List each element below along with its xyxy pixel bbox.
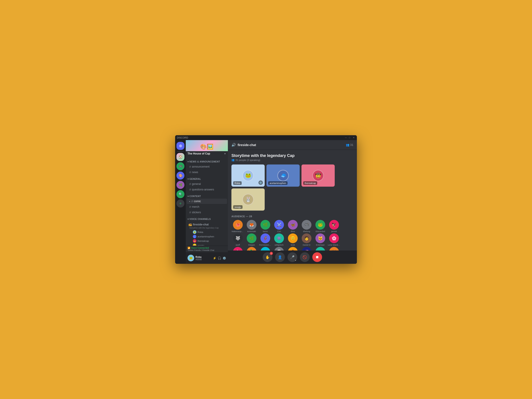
- channel-name: announcement: [192, 165, 209, 168]
- speaker-card-roka[interactable]: 🐸 Roka ⚙️: [231, 165, 265, 187]
- user-avatar: 🐸: [188, 255, 194, 261]
- speaker-card-yuugu[interactable]: 🐰 yuugu: [231, 188, 265, 211]
- channel-general[interactable]: # general: [187, 181, 227, 187]
- channel-questions[interactable]: # questions-answers: [187, 187, 227, 192]
- server-icon-4[interactable]: 🌿: [177, 181, 184, 189]
- speaker-name-acetaminophen: acetaminophen: [268, 181, 287, 185]
- remove-icon: 🚫: [303, 255, 307, 259]
- remove-speaker-button[interactable]: 🚫: [300, 252, 310, 262]
- audience-name: wildgrinch: [275, 244, 284, 246]
- audience-member-meishu[interactable]: 🦩Meishu: [231, 247, 244, 250]
- audience-avatar: 🦆: [247, 247, 256, 250]
- search-server-icon[interactable]: 🔍: [177, 190, 184, 198]
- speaker-name: therealcap: [197, 240, 209, 242]
- add-server-icon[interactable]: +: [177, 200, 184, 208]
- category-collapse-icon[interactable]: ▾: [188, 195, 189, 197]
- window-controls: — □ ✕: [345, 137, 355, 139]
- mic-icon: 🎤: [290, 255, 295, 259]
- category-label: NEWS & ANNOUNCEMENT: [190, 160, 220, 163]
- server-header[interactable]: 🎨🖼️ The House of Cap ▼: [186, 140, 228, 156]
- category-label: GENERAL: [190, 178, 201, 180]
- minimize-button[interactable]: —: [345, 137, 347, 139]
- stage-subtitle: 👥 31 people (3 speaking): [231, 158, 353, 161]
- audience-member-jib[interactable]: 🐟Jib: [259, 247, 272, 250]
- server-icon-2[interactable]: 🎮: [177, 162, 184, 170]
- restore-button[interactable]: □: [349, 137, 351, 139]
- audience-avatar: 🐟: [260, 247, 270, 250]
- speaker-card-acetaminophen[interactable]: 🧢 acetaminophen: [266, 165, 300, 187]
- invite-speaker-button[interactable]: 👤: [275, 252, 285, 262]
- channel-name: news: [192, 171, 198, 174]
- audience-member-xtopher[interactable]: ⚪xtopher: [273, 247, 285, 250]
- voice-channel-item[interactable]: 📻 fireside-chat: [188, 222, 226, 227]
- audience-name: Lone Wanderer: [328, 244, 340, 246]
- audience-member-abfuscate[interactable]: 🐯abfuscate: [286, 247, 299, 250]
- voice-speaker-yuugu[interactable]: 🐰 yuugu: [188, 243, 226, 246]
- audience-name: Kleppin: [248, 244, 255, 246]
- audience-member-idiscarded[interactable]: 🐸iDiscarded: [314, 220, 327, 233]
- speaker-avatar: 🐸: [193, 230, 196, 234]
- audience-member-entemper[interactable]: 🐱Entemper: [314, 234, 327, 246]
- audience-member-tontontaki[interactable]: 🦊tontontaki: [245, 220, 258, 233]
- footer-username: Roka: [196, 256, 211, 258]
- audience-member-kleppin[interactable]: 🌿Kleppin: [245, 234, 258, 246]
- channel-header-name: fireside-chat: [238, 143, 256, 147]
- category-collapse-icon[interactable]: ▾: [188, 178, 189, 180]
- server-icon-1[interactable]: 🏠: [177, 153, 184, 161]
- audience-member-wildgrinch[interactable]: 👾wildgrinch: [273, 234, 285, 246]
- headset-icon[interactable]: 🎧: [218, 256, 221, 260]
- voice-speaker-acetaminophen[interactable]: 🧢 acetaminophen: [188, 234, 226, 239]
- voice-connected-bar: 📶 Voice Connected Tonton Friends / Fires…: [186, 246, 228, 252]
- speaker-avatar-yuugu: 🐰: [242, 194, 254, 205]
- audience-name: Cori: [277, 230, 281, 233]
- discord-window: DISCORD — □ ✕ ⊕ 🏠 🎮 🎨 🌿 🔍 + 🎨🖼️: [175, 135, 357, 264]
- boost-icon[interactable]: ⚡: [213, 256, 216, 260]
- audience-member-miketronic[interactable]: 🦆Miketronic: [245, 247, 258, 250]
- category-collapse-icon[interactable]: ▾: [188, 218, 189, 220]
- audience-name: Daniel D: [303, 244, 310, 246]
- server-icon-3[interactable]: 🎨: [177, 171, 184, 180]
- category-collapse-icon[interactable]: ▾: [188, 160, 189, 163]
- speaker-name: Roka: [197, 231, 203, 234]
- audience-member-bench[interactable]: 🦑Bench: [300, 247, 313, 250]
- leave-stage-button[interactable]: ⏹: [312, 252, 322, 262]
- close-button[interactable]: ✕: [353, 137, 355, 139]
- audience-member-daniel-d[interactable]: 🧑Daniel D: [300, 234, 313, 246]
- category-content: ▾ CONTENT: [186, 192, 228, 198]
- audience-member-permission-man[interactable]: 🦸Permission Man: [259, 234, 272, 246]
- channel-announcement[interactable]: # announcement: [187, 164, 227, 169]
- audience-member-casual-gamer[interactable]: 🐲casual gamer: [314, 247, 327, 250]
- audience-member-benm[interactable]: 🌿benm: [259, 220, 272, 233]
- channel-stickers[interactable]: # stickers: [187, 210, 227, 215]
- hash-icon: #: [189, 165, 191, 168]
- audience-member-jwoff[interactable]: 🐺jwoff: [231, 234, 244, 246]
- speaker-name-yuugu: yuugu: [233, 205, 242, 209]
- mic-button[interactable]: 🎤 ▼: [287, 252, 297, 262]
- speakers-row: 🐸 Roka ⚙️ 🧢 acetaminophen 🤠 therealcap 🐰: [231, 165, 353, 211]
- sidebar-footer: 🐸 Roka #0000 ⚡ 🎧 ⚙️: [186, 252, 228, 264]
- server-dropdown-icon[interactable]: ▼: [224, 152, 226, 155]
- footer-tag: #0000: [196, 258, 211, 261]
- audience-member-lone-wanderer[interactable]: 🌸Lone Wanderer: [328, 234, 341, 246]
- audience-member-makemespeakrr[interactable]: 🐙Makemespeakrr: [231, 220, 244, 233]
- speaker-card-therealcap[interactable]: 🤠 therealcap: [301, 165, 335, 187]
- settings-icon[interactable]: ⚙️: [222, 256, 226, 260]
- audience-member-brett[interactable]: 😊brett: [286, 234, 299, 246]
- channel-comic[interactable]: ▸ # comic: [187, 199, 227, 204]
- hand-raise-button[interactable]: ✋ 2: [263, 252, 272, 262]
- voice-connected-label: Voice Connected: [191, 247, 209, 249]
- audience-member-cori[interactable]: ⚔️Cori: [273, 220, 285, 233]
- audience-member-jamiek[interactable]: 🦅jamiek: [328, 220, 341, 233]
- audience-member-dimo[interactable]: 🦋dimo: [286, 220, 299, 233]
- server-icon-discord[interactable]: ⊕: [177, 142, 184, 150]
- channel-merch[interactable]: # merch: [187, 204, 227, 209]
- audience-member-dhelong[interactable]: 🎮dhelong: [300, 220, 313, 233]
- people-count: 👥 31: [346, 143, 353, 146]
- voice-speaker-therealcap[interactable]: 🤠 therealcap: [188, 239, 226, 243]
- voice-speaker-roka[interactable]: 🐸 Roka: [188, 230, 226, 234]
- audience-avatar: 🦊: [329, 247, 339, 250]
- audience-avatar: 🎮: [302, 220, 311, 230]
- hash-icon: #: [191, 200, 193, 203]
- channel-news[interactable]: # news: [187, 170, 227, 175]
- audience-member-ibuprofen[interactable]: 🦊ibuprofen: [328, 247, 341, 250]
